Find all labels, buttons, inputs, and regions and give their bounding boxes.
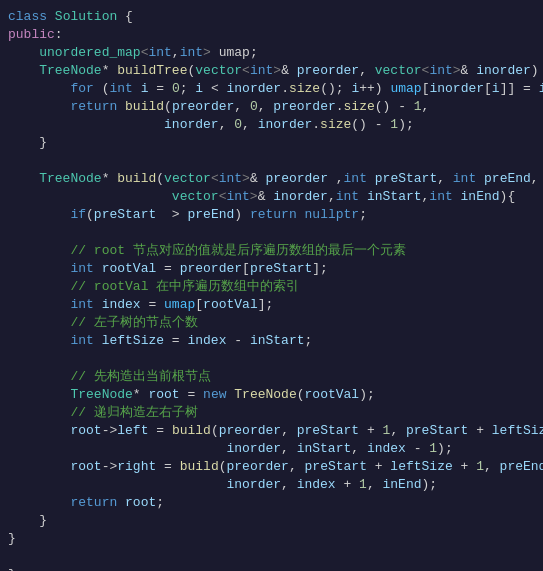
type: TreeNode [39,62,101,80]
code-line: return build ( preorder , 0 , preorder .… [0,98,543,116]
param: inStart [367,188,422,206]
var: rootVal [203,296,258,314]
var: inorder [258,116,313,134]
comment: // 先构造出当前根节点 [70,368,210,386]
function: buildTree [117,62,187,80]
var: rootVal [305,386,360,404]
function: size [320,116,351,134]
var: preorder [219,422,281,440]
function: size [344,98,375,116]
var: leftSize [390,458,452,476]
keyword: int [148,44,171,62]
number: 1 [390,116,398,134]
number: 1 [414,98,422,116]
keyword: if [70,206,86,224]
var: inEnd [383,476,422,494]
var: index [102,296,141,314]
function: size [289,80,320,98]
var: preStart [94,206,156,224]
function: TreeNode [234,386,296,404]
code-line: int leftSize = index - inStart ; [0,332,543,350]
var: i [141,80,149,98]
keyword: int [219,170,242,188]
code-line: TreeNode * buildTree ( vector < int > & … [0,62,543,80]
code-line: int index = umap [ rootVal ]; [0,296,543,314]
comment: // 左子树的节点个数 [70,314,197,332]
param: preStart [375,170,437,188]
keyword: int [453,170,476,188]
number: 0 [250,98,258,116]
code-line [0,548,543,566]
number: 1 [383,422,391,440]
var: preorder [227,458,289,476]
param: preorder [172,98,234,116]
code-line: // rootVal 在中序遍历数组中的索引 [0,278,543,296]
type: unordered_map [39,44,140,62]
var: i [195,80,203,98]
code-line: }; [0,566,543,571]
var: preStart [250,260,312,278]
function: build [172,422,211,440]
param: preorder [297,62,359,80]
keyword: return [70,494,117,512]
keyword: int [344,170,367,188]
var: preorder [180,260,242,278]
type: vector [195,62,242,80]
var: inorder [226,476,281,494]
comment: // root 节点对应的值就是后序遍历数组的最后一个元素 [70,242,405,260]
keyword: for [70,80,93,98]
code-line: if ( preStart > preEnd ) return nullptr … [0,206,543,224]
code-line: class Solution { [0,8,543,26]
keyword: public [8,26,55,44]
keyword: int [70,296,93,314]
code-line: unordered_map < int , int > umap; [0,44,543,62]
code-line: } [0,512,543,530]
var: i [351,80,359,98]
param: preEnd [484,170,531,188]
var: right [117,458,156,476]
param: inorder [476,62,531,80]
keyword: int [180,44,203,62]
code-line: } [0,530,543,548]
var: inStart [297,440,352,458]
keyword: return [70,98,117,116]
code-line: inorder , 0 , inorder . size () - 1 ); [0,116,543,134]
var: preStart [305,458,367,476]
keyword: int [250,62,273,80]
code-line: inorder , inStart , index - 1 ); [0,440,543,458]
var: root [125,494,156,512]
code-line: root -> right = build ( preorder , preSt… [0,458,543,476]
keyword: int [429,62,452,80]
keyword: nullptr [305,206,360,224]
keyword: int [336,188,359,206]
function: build [180,458,219,476]
var: inorder [227,80,282,98]
var: i [492,80,500,98]
code-line: // 先构造出当前根节点 [0,368,543,386]
var: umap [164,296,195,314]
keyword: int [70,260,93,278]
function: build [125,98,164,116]
function: build [117,170,156,188]
code-block: class Solution { public : unordered_map … [0,0,543,571]
code-line [0,350,543,368]
code-line [0,152,543,170]
code-line: // 左子树的节点个数 [0,314,543,332]
param: preorder [266,170,328,188]
number: 1 [359,476,367,494]
var: root [148,386,179,404]
code-line [0,224,543,242]
number: 1 [476,458,484,476]
code-line: return root ; [0,494,543,512]
code-line: TreeNode * root = new TreeNode ( rootVal… [0,386,543,404]
param: inEnd [461,188,500,206]
type: vector [164,170,211,188]
keyword: int [70,332,93,350]
class-name: Solution [55,8,117,26]
code-line: // root 节点对应的值就是后序遍历数组的最后一个元素 [0,242,543,260]
code-line: vector < int > & inorder , int inStart ,… [0,188,543,206]
var: index [367,440,406,458]
var: preStart [406,422,468,440]
var: index [297,476,336,494]
type: vector [172,188,219,206]
